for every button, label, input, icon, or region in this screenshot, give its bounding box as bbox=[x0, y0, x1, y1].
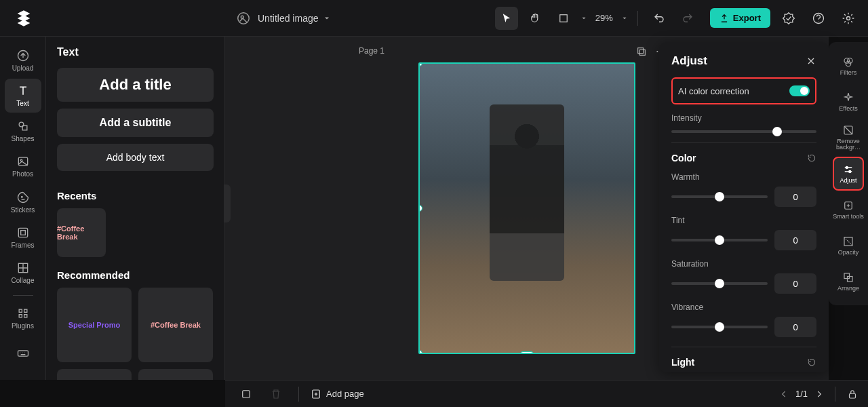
svg-rect-36 bbox=[848, 277, 853, 282]
help-button[interactable] bbox=[807, 7, 830, 30]
rail-label: Plugins bbox=[12, 322, 34, 330]
app-logo[interactable] bbox=[8, 0, 39, 37]
svg-rect-15 bbox=[24, 309, 26, 312]
photos-icon bbox=[16, 155, 30, 168]
hand-tool[interactable] bbox=[524, 7, 547, 30]
chevron-down-icon[interactable] bbox=[580, 15, 587, 22]
rail-photos[interactable]: Photos bbox=[5, 149, 41, 183]
add-title-button[interactable]: Add a title bbox=[57, 68, 214, 102]
export-label: Export bbox=[733, 13, 761, 23]
document-title-text: Untitled image bbox=[258, 13, 319, 24]
rail-stickers[interactable]: Stickers bbox=[5, 185, 41, 219]
adjust-icon bbox=[842, 163, 854, 176]
recommended-thumb[interactable]: #Coffee Break bbox=[138, 288, 213, 362]
add-subtitle-button[interactable]: Add a subtitle bbox=[57, 109, 214, 137]
recommended-thumb[interactable]: Healthy Food bbox=[57, 369, 132, 380]
recents-label: Recents bbox=[57, 190, 214, 201]
rail-upload[interactable]: Upload bbox=[5, 43, 41, 77]
svg-rect-34 bbox=[844, 237, 852, 246]
rail-label: Shapes bbox=[12, 135, 35, 142]
ai-toggle[interactable] bbox=[789, 85, 810, 96]
rail-label: Stickers bbox=[11, 206, 35, 214]
svg-point-9 bbox=[20, 160, 22, 162]
saturation-label: Saturation bbox=[671, 259, 709, 269]
export-button[interactable]: Export bbox=[710, 8, 770, 28]
canvas-image[interactable] bbox=[420, 64, 634, 353]
rr-label: Arrange bbox=[837, 286, 859, 292]
rail-label: Photos bbox=[12, 170, 33, 178]
layers-button[interactable] bbox=[235, 383, 258, 406]
settings-button[interactable] bbox=[837, 7, 860, 30]
recommended-thumb[interactable]: BABYTOY bbox=[138, 369, 213, 380]
canvas-selection[interactable] bbox=[418, 62, 635, 354]
rail-frames[interactable]: Frames bbox=[5, 220, 41, 254]
collapse-panel-tab[interactable] bbox=[224, 185, 231, 222]
zoom-level[interactable]: 29% bbox=[593, 13, 616, 23]
rail-label: Upload bbox=[12, 64, 34, 72]
add-page-icon bbox=[310, 388, 322, 400]
tint-value[interactable] bbox=[774, 230, 816, 250]
rail-collage[interactable]: Collage bbox=[5, 256, 41, 290]
resize-handle[interactable] bbox=[520, 351, 534, 354]
cursor-tool[interactable] bbox=[495, 7, 518, 30]
reset-color-button[interactable] bbox=[807, 153, 816, 163]
svg-rect-2 bbox=[560, 14, 568, 22]
rr-remove-bg[interactable]: Remove backgr… bbox=[833, 121, 864, 154]
page-label: Page 1 bbox=[359, 46, 384, 56]
text-panel: Text Add a title Add a subtitle Add body… bbox=[46, 37, 225, 380]
tint-slider[interactable] bbox=[671, 239, 768, 241]
remove-bg-icon bbox=[842, 124, 854, 136]
svg-rect-35 bbox=[844, 273, 850, 279]
vibrance-value[interactable] bbox=[774, 317, 816, 337]
rail-plugins[interactable]: Plugins bbox=[5, 301, 41, 335]
warmth-value[interactable] bbox=[774, 187, 816, 207]
warmth-label: Warmth bbox=[671, 172, 700, 182]
rail-label: Collage bbox=[12, 277, 35, 284]
intensity-slider[interactable] bbox=[671, 130, 816, 133]
redo-button[interactable] bbox=[676, 7, 699, 30]
duplicate-icon[interactable] bbox=[636, 46, 647, 57]
crop-tool[interactable] bbox=[552, 7, 575, 30]
delete-button[interactable] bbox=[264, 383, 288, 406]
saturation-slider[interactable] bbox=[671, 282, 768, 285]
keyboard-icon bbox=[16, 347, 30, 360]
smart-tools-icon bbox=[842, 199, 854, 212]
next-page-icon[interactable] bbox=[814, 389, 824, 399]
prev-page-icon[interactable] bbox=[779, 389, 789, 399]
reset-light-button[interactable] bbox=[807, 357, 816, 367]
rail-text[interactable]: Text bbox=[5, 79, 41, 113]
warmth-slider[interactable] bbox=[671, 195, 768, 198]
light-section-label: Light bbox=[671, 357, 694, 368]
rr-filters[interactable]: Filters bbox=[833, 49, 864, 82]
undo-button[interactable] bbox=[648, 7, 671, 30]
saturation-value[interactable] bbox=[774, 273, 816, 294]
document-title[interactable]: Untitled image bbox=[258, 13, 331, 24]
rail-more[interactable] bbox=[5, 336, 41, 370]
recent-thumb[interactable]: #Coffee Break bbox=[57, 208, 106, 257]
verified-icon[interactable] bbox=[777, 7, 800, 30]
add-body-button[interactable]: Add body text bbox=[57, 144, 214, 171]
stickers-icon bbox=[16, 191, 30, 204]
svg-point-21 bbox=[656, 51, 658, 52]
rail-shapes[interactable]: Shapes bbox=[5, 114, 41, 148]
add-page-button[interactable]: Add page bbox=[310, 388, 364, 400]
image-file-icon bbox=[236, 11, 251, 26]
panel-title: Text bbox=[57, 46, 214, 58]
vibrance-slider[interactable] bbox=[671, 326, 768, 328]
rr-adjust[interactable]: Adjust bbox=[833, 157, 864, 190]
upload-icon bbox=[719, 14, 729, 23]
lock-icon[interactable] bbox=[846, 388, 859, 400]
svg-rect-17 bbox=[24, 315, 26, 317]
svg-rect-18 bbox=[18, 351, 28, 356]
rr-opacity[interactable]: Opacity bbox=[833, 229, 864, 263]
svg-rect-12 bbox=[20, 230, 25, 235]
collage-icon bbox=[16, 261, 30, 275]
divider bbox=[835, 387, 835, 402]
rr-smart-tools[interactable]: Smart tools bbox=[833, 193, 864, 227]
rr-effects[interactable]: Effects bbox=[833, 85, 864, 118]
opacity-icon bbox=[842, 235, 854, 248]
recommended-thumb[interactable]: Special Promo bbox=[57, 288, 132, 362]
close-button[interactable] bbox=[806, 56, 816, 66]
rr-arrange[interactable]: Arrange bbox=[833, 265, 864, 298]
chevron-down-icon[interactable] bbox=[621, 15, 628, 22]
